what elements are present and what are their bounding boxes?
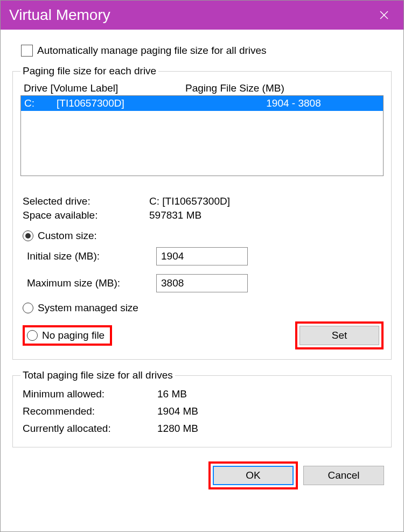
paging-per-drive-group: Paging file size for each drive Drive [V…	[12, 65, 392, 360]
auto-manage-checkbox[interactable]	[21, 45, 33, 57]
system-managed-radio[interactable]	[23, 303, 33, 313]
recommended-label: Recommended:	[23, 405, 157, 417]
custom-size-radio-row: Custom size:	[23, 230, 384, 242]
total-paging-legend: Total paging file size for all drives	[20, 369, 175, 381]
no-paging-label: No paging file	[42, 330, 105, 341]
ok-button-highlight: OK	[208, 461, 298, 489]
custom-size-radio[interactable]	[23, 230, 33, 241]
recommended-value: 1904 MB	[157, 405, 198, 417]
auto-manage-row: Automatically manage paging file size fo…	[21, 45, 392, 57]
dialog-footer: OK Cancel	[12, 457, 392, 497]
close-icon	[379, 10, 389, 20]
close-button[interactable]	[373, 4, 395, 26]
maximum-size-row: Maximum size (MB):	[27, 274, 384, 292]
selected-drive-label: Selected drive:	[23, 195, 149, 207]
custom-size-label: Custom size:	[38, 230, 97, 242]
system-managed-radio-row: System managed size	[23, 302, 384, 314]
drive-row[interactable]: C: [TI10657300D] 1904 - 3808	[21, 96, 383, 111]
no-paging-and-set-row: No paging file Set	[23, 321, 384, 349]
system-managed-label: System managed size	[38, 302, 138, 314]
window-title: Virtual Memory	[9, 6, 110, 24]
initial-size-row: Initial size (MB):	[27, 247, 384, 265]
min-allowed-label: Minimum allowed:	[23, 388, 157, 400]
total-paging-group: Total paging file size for all drives Mi…	[12, 369, 392, 447]
no-paging-radio[interactable]	[27, 330, 38, 341]
maximum-size-input[interactable]	[156, 274, 248, 292]
space-available-label: Space available:	[23, 209, 149, 221]
no-paging-highlight: No paging file	[23, 325, 112, 346]
drive-paging-size: 1904 - 3808	[207, 97, 380, 109]
drive-list[interactable]: C: [TI10657300D] 1904 - 3808	[20, 95, 384, 176]
space-available-value: 597831 MB	[149, 209, 384, 221]
auto-manage-label: Automatically manage paging file size fo…	[37, 45, 267, 57]
maximum-size-label: Maximum size (MB):	[27, 277, 156, 289]
selected-drive-info: Selected drive: C: [TI10657300D] Space a…	[23, 194, 384, 222]
initial-size-label: Initial size (MB):	[27, 250, 156, 262]
set-button-highlight: Set	[295, 321, 384, 349]
min-allowed-value: 16 MB	[157, 388, 187, 400]
virtual-memory-dialog: Virtual Memory Automatically manage pagi…	[0, 0, 404, 532]
paging-per-drive-legend: Paging file size for each drive	[20, 65, 158, 77]
selected-drive-value: C: [TI10657300D]	[149, 195, 384, 207]
ok-button[interactable]: OK	[213, 466, 294, 485]
cancel-button[interactable]: Cancel	[303, 466, 384, 485]
dialog-content: Automatically manage paging file size fo…	[1, 30, 403, 531]
currently-allocated-label: Currently allocated:	[23, 423, 157, 435]
currently-allocated-value: 1280 MB	[157, 423, 198, 435]
drive-letter: C:	[24, 97, 57, 109]
drive-list-header: Drive [Volume Label] Paging File Size (M…	[20, 81, 384, 95]
initial-size-input[interactable]	[156, 247, 248, 265]
set-button[interactable]: Set	[299, 326, 379, 345]
titlebar: Virtual Memory	[1, 1, 403, 30]
drive-volume-label: [TI10657300D]	[57, 97, 207, 109]
header-drive: Drive [Volume Label]	[24, 82, 185, 94]
header-paging-size: Paging File Size (MB)	[185, 82, 380, 94]
